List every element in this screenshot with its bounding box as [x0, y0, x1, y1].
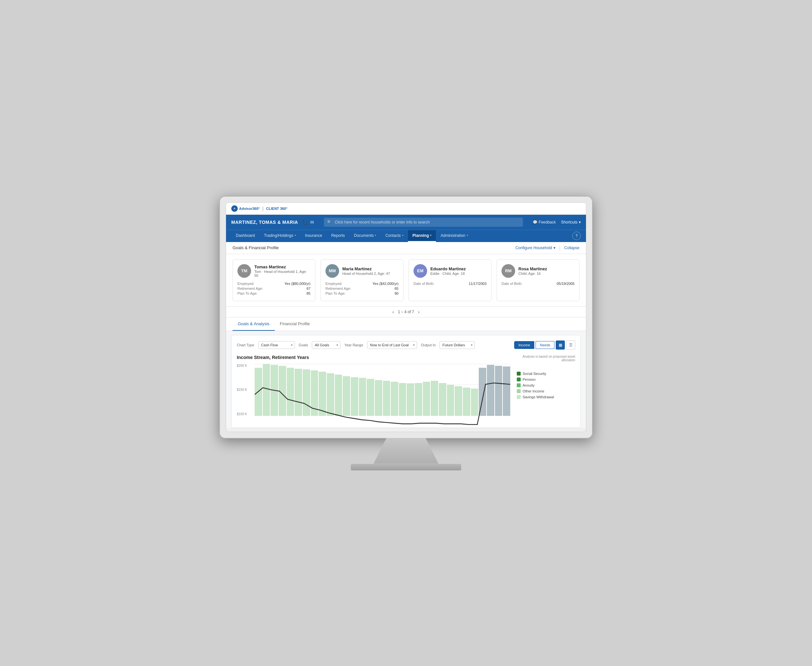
year-range-select-wrap: Now to End of Last Goal 10 Years 20 Year…: [367, 341, 417, 349]
advisor360-logo: A Advisor360°: [231, 205, 260, 212]
member-name-rosa: Rosa Martinez: [518, 266, 547, 271]
menu-item-dashboard[interactable]: Dashboard: [231, 230, 260, 242]
tab-financial-profile[interactable]: Financial Profile: [275, 317, 315, 331]
chart-title: Income Stream, Retirement Years: [237, 355, 510, 360]
monitor-base: [351, 464, 461, 470]
menu-item-trading[interactable]: Trading/Holdings ▾: [260, 230, 300, 242]
shortcuts-caret: ▾: [579, 220, 581, 224]
detail-row: Date of Birth: 11/17/2003: [413, 282, 487, 285]
avatar-maria: MM: [325, 264, 339, 278]
member-role-eduardo: Eddie · Child, Age: 18: [430, 272, 466, 275]
legend-dot-pension: [517, 378, 520, 381]
member-name-tomas: Tomas Martinez: [254, 264, 311, 269]
pagination-text: 1 – 4 of 7: [398, 310, 414, 314]
menu-item-reports[interactable]: Reports: [327, 230, 349, 242]
configure-label: Configure Household: [516, 246, 552, 250]
search-bar: 🔍: [324, 218, 523, 227]
detail-row: Retirement Age: 67: [237, 287, 311, 290]
detail-row: Retirement Age: 65: [325, 287, 399, 290]
list-view-button[interactable]: ☰: [566, 340, 575, 349]
output-in-select-wrap: Future Dollars Today's Dollars: [440, 341, 475, 349]
needs-toggle-button[interactable]: Needs: [535, 341, 554, 349]
y-axis: $200 K $150 K $100 K: [237, 364, 253, 416]
content-area: Goals & Financial Profile Configure Hous…: [226, 242, 586, 428]
member-details-tomas: Employed: Yes ($80,000/yr) Retirement Ag…: [237, 282, 311, 295]
pagination-prev[interactable]: ‹: [391, 309, 395, 315]
chart-controls: Chart Type Cash Flow Asset Allocation Ne…: [237, 340, 575, 349]
sub-header-actions: Configure Household ▾ | Collapse: [516, 245, 580, 251]
legend-label-pension: Pension: [523, 378, 535, 381]
collapse-button[interactable]: Collapse: [564, 246, 580, 250]
avatar-tomas: TM: [237, 264, 251, 278]
pagination-next[interactable]: ›: [417, 309, 421, 315]
nav-icons: 📞 ✉: [302, 219, 314, 225]
page-title: Goals & Financial Profile: [232, 245, 279, 250]
legend-label-other-income: Other Income: [523, 389, 544, 393]
detail-row: Employed: Yes ($80,000/yr): [237, 282, 311, 285]
search-input[interactable]: [324, 218, 523, 227]
income-toggle-button[interactable]: Income: [514, 341, 534, 349]
member-header-maria: MM Maria Martinez Head of Household 2, A…: [325, 264, 399, 278]
menu-item-administration[interactable]: Administration ▾: [436, 230, 472, 242]
feedback-label: Feedback: [539, 220, 556, 224]
avatar-rosa: RM: [501, 264, 515, 278]
view-toggle: Income Needs ▦ ☰: [514, 340, 575, 349]
analysis-section: Chart Type Cash Flow Asset Allocation Ne…: [231, 335, 581, 428]
member-role-maria: Head of Household 2, Age: 47: [343, 272, 390, 275]
legend-label-annuity: Annuity: [523, 383, 535, 387]
avatar-eduardo: EM: [413, 264, 427, 278]
detail-row: Plan To Age: 85: [237, 292, 311, 295]
phone-icon[interactable]: 📞: [302, 219, 308, 225]
help-button[interactable]: ?: [572, 232, 581, 240]
chart-type-label: Chart Type: [237, 343, 254, 347]
household-name: MARTINEZ, TOMAS & MARIA: [231, 219, 298, 225]
chart-view-button[interactable]: ▦: [556, 340, 565, 349]
monitor-stand: [374, 438, 438, 464]
tab-goals-analysis[interactable]: Goals & Analysis: [232, 317, 275, 331]
year-range-label: Year Range: [344, 343, 363, 347]
member-card-maria: MM Maria Martinez Head of Household 2, A…: [321, 259, 404, 301]
member-name-maria: Maria Martinez: [343, 266, 390, 271]
year-range-select[interactable]: Now to End of Last Goal 10 Years 20 Year…: [367, 341, 417, 349]
member-role-tomas: Tom · Head of Household 1, Age: 50: [254, 270, 311, 277]
chart-type-select-wrap: Cash Flow Asset Allocation Net Worth: [258, 341, 295, 349]
y-label-100: $100 K: [237, 412, 253, 416]
detail-row: Date of Birth: 05/19/2005: [501, 282, 575, 285]
logo-icon: A: [231, 205, 238, 212]
brand-bar: A Advisor360° | CLIENT 360°: [226, 203, 586, 215]
y-label-150: $150 K: [237, 388, 253, 391]
chart-type-select[interactable]: Cash Flow Asset Allocation Net Worth: [258, 341, 295, 349]
output-in-label: Output In: [421, 343, 436, 347]
member-card-eduardo: EM Eduardo Martinez Eddie · Child, Age: …: [408, 259, 491, 301]
menu-item-planning[interactable]: Planning ▾: [408, 230, 436, 242]
member-name-eduardo: Eduardo Martinez: [430, 266, 466, 271]
brand-divider: |: [262, 206, 264, 211]
goals-tabs: Goals & Analysis Financial Profile: [226, 317, 586, 331]
configure-caret: ▾: [553, 246, 555, 250]
menu-item-insurance[interactable]: Insurance: [300, 230, 327, 242]
member-header-eduardo: EM Eduardo Martinez Eddie · Child, Age: …: [413, 264, 487, 278]
legend-dot-annuity: [517, 383, 520, 387]
legend-dot-other-income: [517, 389, 520, 393]
goals-select[interactable]: All Goals Retirement Education: [312, 341, 340, 349]
members-grid: TM Tomas Martinez Tom · Head of Househol…: [226, 254, 586, 307]
advisor360-label: Advisor360°: [239, 207, 260, 211]
menu-item-contacts[interactable]: Contacts ▾: [380, 230, 408, 242]
feedback-button[interactable]: 💬 Feedback: [533, 220, 556, 224]
chart-area: $200 K $150 K $100 K: [237, 364, 510, 422]
sub-header: Goals & Financial Profile Configure Hous…: [226, 242, 586, 254]
chart-right: Analysis is based on proposed asset allo…: [517, 355, 575, 422]
menu-item-documents[interactable]: Documents ▾: [349, 230, 381, 242]
feedback-icon: 💬: [533, 220, 537, 224]
legend-item-other-income: Other Income: [517, 389, 575, 393]
member-role-rosa: Child, Age: 16: [518, 272, 547, 275]
shortcuts-label: Shortcuts: [561, 220, 578, 224]
configure-household-button[interactable]: Configure Household ▾: [516, 246, 555, 250]
email-icon[interactable]: ✉: [310, 219, 314, 225]
y-label-200: $200 K: [237, 364, 253, 368]
chart-legend: Social Security Pension Annuity: [517, 372, 575, 399]
member-header-tomas: TM Tomas Martinez Tom · Head of Househol…: [237, 264, 311, 278]
output-in-select[interactable]: Future Dollars Today's Dollars: [440, 341, 475, 349]
legend-item-pension: Pension: [517, 378, 575, 381]
shortcuts-button[interactable]: Shortcuts ▾: [561, 220, 581, 224]
